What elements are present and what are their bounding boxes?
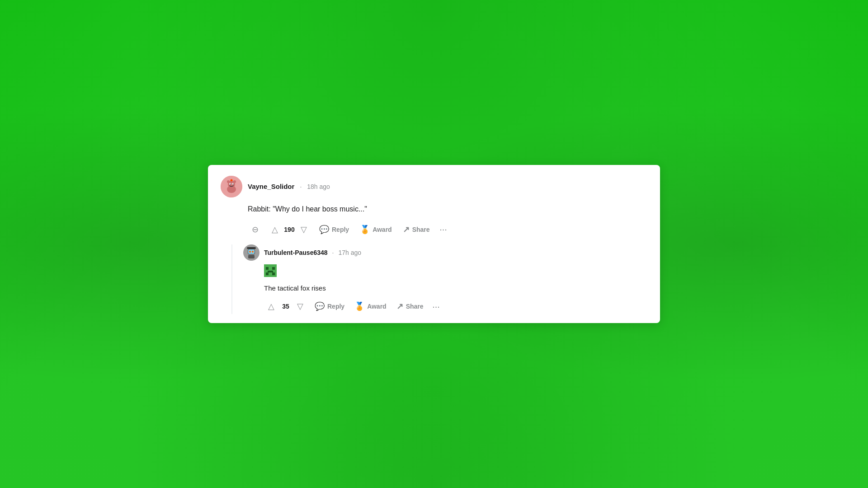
- svg-rect-22: [266, 272, 269, 275]
- svg-rect-12: [247, 247, 256, 249]
- more-icon: ···: [439, 224, 447, 235]
- reply-body: The tactical fox rises △ 35 ▽ 💬 Reply: [243, 264, 647, 314]
- reply-vote-count: 35: [280, 303, 291, 310]
- comment-text: Rabbit: "Why do I hear boss music...": [248, 204, 647, 215]
- collapse-button[interactable]: ⊖: [248, 222, 262, 237]
- creeper-icon: [264, 264, 277, 277]
- svg-rect-21: [268, 271, 273, 272]
- upvote-button[interactable]: △: [268, 222, 282, 237]
- svg-point-7: [230, 183, 231, 184]
- svg-point-8: [233, 183, 234, 184]
- svg-point-9: [231, 179, 233, 181]
- reply-share-icon: ↗: [396, 301, 403, 311]
- more-button[interactable]: ···: [436, 222, 451, 237]
- reply-upvote-button[interactable]: △: [264, 299, 278, 314]
- reply-avatar: [243, 244, 259, 261]
- svg-point-4: [233, 180, 236, 183]
- vote-count: 190: [284, 226, 295, 233]
- comment-body: Rabbit: "Why do I hear boss music..." ⊖ …: [221, 204, 647, 237]
- nested-comment: Turbulent-Pause6348 · 17h ago The: [231, 244, 647, 314]
- reply-action-bar: △ 35 ▽ 💬 Reply 🏅 Award: [264, 299, 647, 314]
- comment-header: Vayne_Solidor · 18h ago: [221, 176, 647, 197]
- dot-separator: ·: [300, 183, 302, 190]
- reply-username[interactable]: Turbulent-Pause6348: [264, 249, 328, 256]
- reply-text: The tactical fox rises: [264, 283, 647, 294]
- reply-downvote-button[interactable]: ▽: [293, 299, 307, 314]
- reply-upvote-icon: △: [268, 301, 274, 311]
- reply-emoji: [264, 264, 647, 280]
- reply-timestamp: 17h ago: [338, 249, 361, 256]
- svg-rect-19: [266, 267, 269, 270]
- reply-dot: ·: [332, 249, 334, 256]
- svg-point-3: [227, 180, 230, 183]
- comment-username[interactable]: Vayne_Solidor: [248, 183, 294, 190]
- reply-more-icon: ···: [432, 301, 440, 312]
- reply-more-button[interactable]: ···: [429, 299, 443, 314]
- reply-award-button[interactable]: 🏅 Award: [350, 299, 391, 314]
- downvote-button[interactable]: ▽: [297, 222, 311, 237]
- reply-vote-section: △ 35 ▽: [264, 299, 307, 314]
- share-button[interactable]: ↗ Share: [398, 222, 434, 237]
- reply-avatar-svg: [243, 244, 259, 261]
- award-button[interactable]: 🏅 Award: [355, 222, 396, 237]
- avatar: [221, 176, 242, 197]
- svg-point-17: [252, 251, 254, 253]
- reply-reply-icon: 💬: [315, 301, 325, 311]
- reply-award-icon: 🏅: [354, 301, 364, 311]
- svg-rect-23: [272, 272, 275, 275]
- reply-header: Turbulent-Pause6348 · 17h ago: [243, 244, 647, 261]
- reply-downvote-icon: ▽: [297, 301, 303, 311]
- comment-timestamp: 18h ago: [307, 183, 330, 190]
- reply-share-button[interactable]: ↗ Share: [392, 299, 428, 314]
- downvote-icon: ▽: [301, 225, 307, 235]
- reply-button[interactable]: 💬 Reply: [315, 222, 354, 237]
- upvote-icon: △: [272, 225, 278, 235]
- minus-icon: ⊖: [252, 225, 259, 235]
- svg-rect-15: [248, 255, 255, 258]
- share-icon: ↗: [403, 225, 410, 235]
- action-bar: ⊖ △ 190 ▽ 💬 Reply 🏅 Awa: [248, 222, 647, 237]
- svg-point-16: [249, 251, 251, 253]
- comment-card: Vayne_Solidor · 18h ago Rabbit: "Why do …: [208, 165, 660, 324]
- reply-icon: 💬: [319, 225, 329, 235]
- top-comment: Vayne_Solidor · 18h ago Rabbit: "Why do …: [221, 176, 647, 314]
- svg-rect-20: [272, 267, 275, 270]
- vote-section: △ 190 ▽: [268, 222, 311, 237]
- reply-reply-button[interactable]: 💬 Reply: [310, 299, 349, 314]
- avatar-svg: [221, 176, 242, 197]
- award-icon: 🏅: [360, 225, 370, 235]
